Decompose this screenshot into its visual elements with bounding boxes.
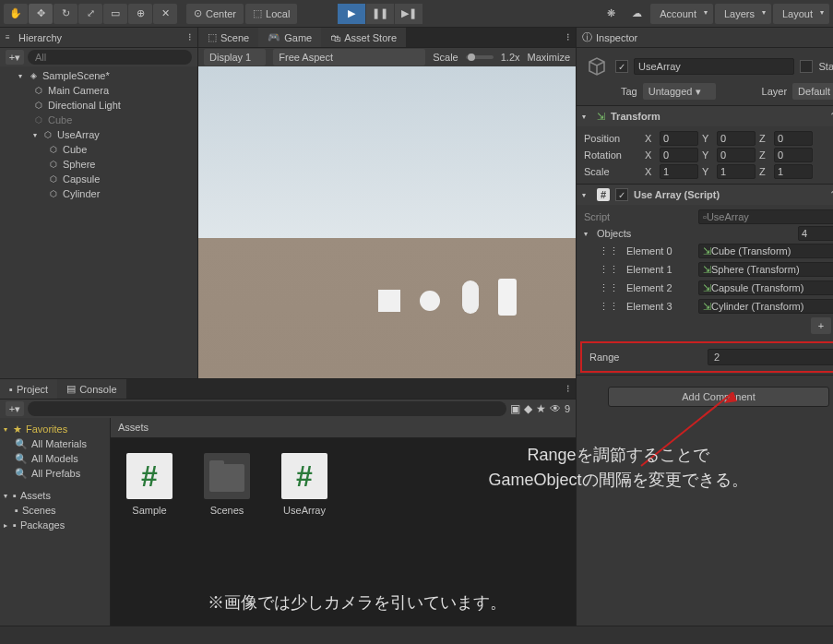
aspect-dropdown[interactable]: Free Aspect xyxy=(273,49,425,66)
object-field[interactable]: ⇲Cylinder (Transform)⊙ xyxy=(698,299,833,314)
maximize-label[interactable]: Maximize xyxy=(528,52,570,63)
hidden-icon[interactable]: 👁 xyxy=(550,402,561,415)
object-field[interactable]: ⇲Sphere (Transform)⊙ xyxy=(698,262,833,277)
move-tool[interactable]: ✥ xyxy=(29,4,53,24)
gameobject-icon: ⬡ xyxy=(48,188,59,199)
rotation-x[interactable] xyxy=(660,148,698,162)
handle-toggle[interactable]: ⬚Local xyxy=(245,4,297,24)
hierarchy-search[interactable] xyxy=(28,50,192,65)
scale-tool[interactable]: ⤢ xyxy=(78,4,102,24)
hierarchy-lock-icon[interactable]: ⁝ xyxy=(188,31,192,43)
fav-item[interactable]: 🔍All Models xyxy=(0,451,110,466)
hierarchy-item[interactable]: ⬡Cube xyxy=(0,142,197,157)
tabs-menu-icon[interactable]: ⁝ xyxy=(561,28,576,47)
account-dropdown[interactable]: Account xyxy=(650,4,713,24)
scene-row[interactable]: ▾◈SampleScene* xyxy=(0,68,197,83)
collab-icon[interactable]: ❋ xyxy=(599,4,623,24)
unity-icon: ◈ xyxy=(28,70,39,81)
pivot-toggle[interactable]: ⊙Center xyxy=(186,4,244,24)
rendered-cube xyxy=(378,290,400,312)
static-label: Static xyxy=(818,61,833,72)
favorite-icon[interactable]: ★ xyxy=(536,402,546,415)
tab-game[interactable]: 🎮Game xyxy=(258,28,321,47)
assets-breadcrumb[interactable]: Assets xyxy=(111,418,576,438)
rotate-tool[interactable]: ↻ xyxy=(54,4,77,24)
object-field[interactable]: ⇲Capsule (Transform)⊙ xyxy=(698,280,833,295)
hierarchy-item[interactable]: ⬡Cylinder xyxy=(0,186,197,201)
position-y[interactable] xyxy=(717,131,756,146)
status-bar xyxy=(0,626,833,644)
active-checkbox[interactable]: ✓ xyxy=(615,60,628,73)
script-field[interactable]: ▫ UseArray⊙ xyxy=(698,209,833,224)
tab-project[interactable]: ▪Project xyxy=(0,379,57,399)
cloud-icon[interactable]: ☁ xyxy=(625,4,649,24)
tab-asset-store[interactable]: 🛍Asset Store xyxy=(321,28,406,47)
favorites-row[interactable]: ▾★Favorites xyxy=(0,422,110,436)
drag-handle-icon[interactable]: ⋮⋮ xyxy=(599,264,619,276)
foldout-icon[interactable]: ▾ xyxy=(582,191,591,199)
hierarchy-item[interactable]: ⬡Directional Light xyxy=(0,98,197,113)
drag-handle-icon[interactable]: ⋮⋮ xyxy=(599,301,619,313)
object-field[interactable]: ⇲Cube (Transform)⊙ xyxy=(698,244,833,258)
hierarchy-item[interactable]: ⬡Sphere xyxy=(0,157,197,172)
tab-console[interactable]: ▤Console xyxy=(57,379,125,399)
pause-button[interactable]: ❚❚ xyxy=(366,4,394,24)
filter-icon[interactable]: ◆ xyxy=(524,402,532,415)
tag-dropdown[interactable]: Untagged ▾ xyxy=(643,83,716,100)
asset-item[interactable]: Scenes xyxy=(199,453,255,516)
project-search[interactable] xyxy=(28,401,506,416)
gameobject-icon: ⬡ xyxy=(48,159,59,170)
fav-item[interactable]: 🔍All Prefabs xyxy=(0,466,110,481)
rotation-z[interactable] xyxy=(774,148,813,162)
drag-handle-icon[interactable]: ⋮⋮ xyxy=(599,245,619,257)
hierarchy-item[interactable]: ⬡Capsule xyxy=(0,172,197,186)
axis-y: Y xyxy=(702,149,713,161)
folder-item[interactable]: ▪Scenes xyxy=(0,503,110,518)
asset-item[interactable]: #Sample xyxy=(122,453,177,516)
project-menu-icon[interactable]: ⁝ xyxy=(561,379,576,399)
display-dropdown[interactable]: Display 1 xyxy=(204,49,266,66)
layer-dropdown[interactable]: Default ▾ xyxy=(792,83,833,100)
project-create[interactable]: +▾ xyxy=(6,401,24,416)
array-add-button[interactable]: + xyxy=(811,317,831,334)
transform-tool[interactable]: ⊕ xyxy=(128,4,152,24)
axis-x: X xyxy=(645,166,656,177)
position-x[interactable] xyxy=(660,131,698,146)
custom-tool[interactable]: ✕ xyxy=(153,4,177,24)
foldout-icon[interactable]: ▾ xyxy=(582,113,591,121)
filter-icon[interactable]: ▣ xyxy=(510,402,520,415)
packages-folder[interactable]: ▸▪Packages xyxy=(0,518,110,532)
position-z[interactable] xyxy=(774,131,813,146)
hierarchy-item[interactable]: ⬡Cube xyxy=(0,113,197,127)
hierarchy-item[interactable]: ▾⬡UseArray xyxy=(0,127,197,142)
hierarchy-item[interactable]: ⬡Main Camera xyxy=(0,83,197,98)
add-component-button[interactable]: Add Component xyxy=(608,387,829,407)
fav-item[interactable]: 🔍All Materials xyxy=(0,436,110,451)
gameobject-name-field[interactable] xyxy=(634,58,794,75)
hand-tool[interactable]: ✋ xyxy=(4,4,28,24)
rect-tool[interactable]: ▭ xyxy=(103,4,127,24)
scale-slider[interactable] xyxy=(466,55,494,59)
rendered-capsule xyxy=(462,280,479,314)
hierarchy-foldout-icon[interactable]: ≡ xyxy=(6,33,15,42)
range-field[interactable] xyxy=(708,349,833,365)
array-size[interactable] xyxy=(798,226,833,241)
scale-z[interactable] xyxy=(774,164,813,179)
drag-handle-icon[interactable]: ⋮⋮ xyxy=(599,282,619,294)
rotation-y[interactable] xyxy=(717,148,756,162)
gameobject-icon[interactable] xyxy=(584,54,610,79)
assets-folder[interactable]: ▾▪Assets xyxy=(0,488,110,503)
array-foldout-icon[interactable]: ▾ xyxy=(584,230,593,238)
static-checkbox[interactable] xyxy=(800,60,813,73)
layers-dropdown[interactable]: Layers xyxy=(715,4,771,24)
enabled-checkbox[interactable]: ✓ xyxy=(615,188,628,201)
create-dropdown[interactable]: +▾ xyxy=(6,50,24,65)
scale-y[interactable] xyxy=(717,164,756,179)
layout-dropdown[interactable]: Layout xyxy=(773,4,829,24)
script-icon: # xyxy=(597,188,610,201)
play-button[interactable]: ▶ xyxy=(338,4,365,24)
step-button[interactable]: ▶❚ xyxy=(395,4,422,24)
scale-x[interactable] xyxy=(660,164,698,179)
asset-item[interactable]: #UseArray xyxy=(277,453,332,516)
tab-scene[interactable]: ⬚Scene xyxy=(198,28,258,47)
